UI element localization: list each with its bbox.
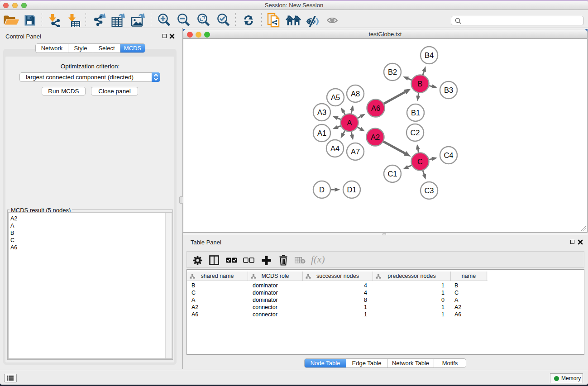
svg-text:C4: C4	[444, 151, 453, 159]
svg-text:C1: C1	[387, 170, 397, 178]
svg-text:A1: A1	[317, 129, 326, 137]
svg-text:A8: A8	[351, 90, 360, 98]
svg-text:A6: A6	[371, 104, 380, 112]
svg-text:A4: A4	[330, 144, 339, 152]
svg-text:A2: A2	[371, 133, 380, 141]
svg-text:B: B	[417, 80, 422, 88]
svg-text:C3: C3	[424, 186, 434, 195]
svg-text:A3: A3	[317, 108, 326, 116]
svg-text:C: C	[417, 157, 423, 166]
svg-text:C2: C2	[410, 129, 420, 137]
svg-text:B3: B3	[444, 86, 453, 94]
svg-text:D: D	[319, 186, 325, 194]
svg-text:B4: B4	[425, 51, 434, 59]
svg-text:A5: A5	[331, 93, 340, 101]
svg-text:B1: B1	[411, 109, 420, 117]
svg-text:B2: B2	[388, 68, 397, 76]
svg-text:A: A	[347, 119, 352, 127]
svg-text:A7: A7	[351, 148, 360, 156]
svg-text:D1: D1	[347, 186, 356, 194]
